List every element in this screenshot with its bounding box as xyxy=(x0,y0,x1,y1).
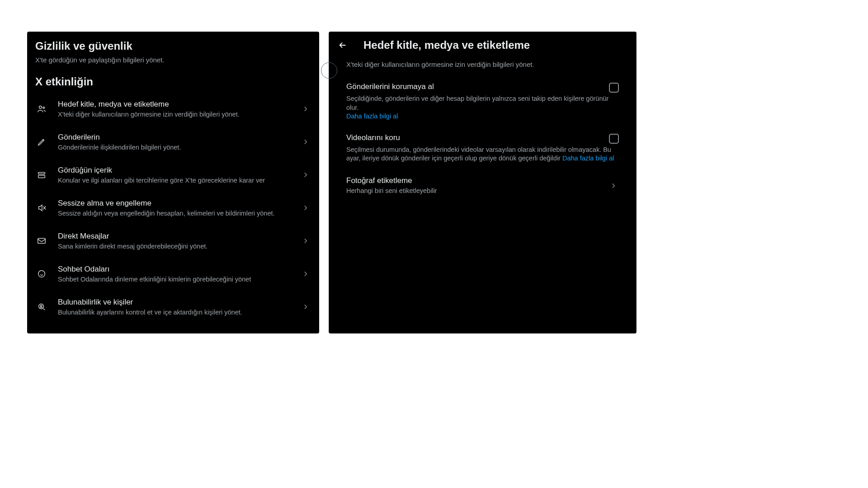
svg-point-6 xyxy=(39,304,44,309)
chevron-right-icon xyxy=(300,103,311,114)
chevron-right-icon xyxy=(300,202,311,213)
menu-item-desc: Sana kimlerin direkt mesaj gönderebilece… xyxy=(58,242,300,251)
menu-item-audience[interactable]: Hedef kitle, medya ve etiketleme X'teki … xyxy=(27,93,319,126)
setting-desc: Seçildiğinde, gönderilerin ve diğer hesa… xyxy=(346,94,619,121)
accent-ring-icon xyxy=(321,62,337,79)
menu-item-text: Direkt Mesajlar Sana kimlerin direkt mes… xyxy=(58,231,300,251)
menu-item-title: Gördüğün içerik xyxy=(58,165,300,175)
chevron-right-icon xyxy=(300,169,311,180)
menu-item-title: Bulunabilirlik ve kişiler xyxy=(58,297,300,307)
svg-point-0 xyxy=(39,106,42,109)
menu-item-text: Sohbet Odaları Sohbet Odalarında dinleme… xyxy=(58,264,300,284)
menu-item-discoverability[interactable]: Bulunabilirlik ve kişiler Bulunabilirlik… xyxy=(27,291,319,324)
menu-item-desc: Konular ve ilgi alanları gibi tercihleri… xyxy=(58,176,300,185)
svg-point-1 xyxy=(43,107,45,109)
setting-title: Videolarını koru xyxy=(346,133,400,143)
content-icon xyxy=(35,169,48,181)
mute-icon xyxy=(35,202,48,214)
menu-item-title: Sessize alma ve engelleme xyxy=(58,198,300,208)
page-title: Gizlilik ve güvenlik xyxy=(27,32,319,56)
search-person-icon xyxy=(35,300,48,313)
menu-item-text: Gönderilerin Gönderilerinle ilişkilendir… xyxy=(58,132,300,152)
chevron-right-icon xyxy=(300,235,311,246)
setting-desc: Seçilmesi durumunda, gönderilerindeki vi… xyxy=(346,145,619,163)
setting-title: Gönderilerini korumaya al xyxy=(346,82,434,92)
protect-posts-checkbox[interactable] xyxy=(609,83,619,93)
arrow-left-icon xyxy=(338,40,348,50)
chevron-right-icon xyxy=(608,180,619,191)
detail-title: Hedef kitle, medya ve etiketleme xyxy=(363,39,530,52)
audience-tagging-panel: Hedef kitle, medya ve etiketleme X'teki … xyxy=(329,32,637,333)
menu-item-desc: Gönderilerinle ilişkilendirilen bilgiler… xyxy=(58,143,300,152)
svg-rect-2 xyxy=(38,173,45,174)
protect-videos-checkbox[interactable] xyxy=(609,134,619,144)
people-icon xyxy=(35,103,48,115)
chevron-right-icon xyxy=(300,136,311,147)
learn-more-link[interactable]: Daha fazla bilgi al xyxy=(562,155,614,162)
chevron-right-icon xyxy=(300,268,311,279)
detail-subtitle: X'teki diğer kullanıcıların görmesine iz… xyxy=(329,57,636,77)
menu-item-desc: Sessize aldığın veya engellediğin hesapl… xyxy=(58,209,300,218)
menu-item-text: Hedef kitle, medya ve etiketleme X'teki … xyxy=(58,99,300,119)
menu-item-direct-messages[interactable]: Direkt Mesajlar Sana kimlerin direkt mes… xyxy=(27,225,319,258)
back-button[interactable] xyxy=(335,37,351,53)
setting-link-text: Fotoğraf etiketleme Herhangi biri seni e… xyxy=(346,176,608,196)
menu-item-title: Hedef kitle, medya ve etiketleme xyxy=(58,99,300,109)
smile-icon xyxy=(35,267,48,280)
menu-item-desc: Sohbet Odalarında dinleme etkinliğini ki… xyxy=(58,275,300,284)
setting-protect-posts: Gönderilerini korumaya al Seçildiğinde, … xyxy=(329,77,636,128)
privacy-safety-panel: Gizlilik ve güvenlik X'te gördüğün ve pa… xyxy=(27,32,319,333)
menu-item-text: Bulunabilirlik ve kişiler Bulunabilirlik… xyxy=(58,297,300,317)
setting-protect-videos: Videolarını koru Seçilmesi durumunda, gö… xyxy=(329,128,636,170)
detail-header: Hedef kitle, medya ve etiketleme xyxy=(329,32,636,57)
menu-item-desc: Bulunabilirlik ayarlarını kontrol et ve … xyxy=(58,308,300,317)
menu-item-spaces[interactable]: Sohbet Odaları Sohbet Odalarında dinleme… xyxy=(27,258,319,291)
section-title: X etkinliğin xyxy=(27,75,319,93)
menu-item-text: Gördüğün içerik Konular ve ilgi alanları… xyxy=(58,165,300,185)
setting-desc: Herhangi biri seni etiketleyebilir xyxy=(346,187,608,196)
svg-rect-3 xyxy=(38,175,45,178)
menu-item-title: Gönderilerin xyxy=(58,132,300,142)
menu-item-title: Sohbet Odaları xyxy=(58,264,300,274)
learn-more-link[interactable]: Daha fazla bilgi al xyxy=(346,113,398,120)
svg-point-7 xyxy=(40,305,42,307)
menu-item-your-posts[interactable]: Gönderilerin Gönderilerinle ilişkilendir… xyxy=(27,126,319,159)
envelope-icon xyxy=(35,235,48,247)
pencil-icon xyxy=(35,136,48,148)
setting-title: Fotoğraf etiketleme xyxy=(346,176,608,186)
svg-rect-4 xyxy=(38,239,46,244)
chevron-right-icon xyxy=(300,301,311,312)
menu-item-desc: X'teki diğer kullanıcıların görmesine iz… xyxy=(58,110,300,119)
svg-point-5 xyxy=(38,271,45,277)
page-subtitle: X'te gördüğün ve paylaştığın bilgileri y… xyxy=(27,56,319,75)
menu-item-title: Direkt Mesajlar xyxy=(58,231,300,241)
setting-desc-text: Seçildiğinde, gönderilerin ve diğer hesa… xyxy=(346,95,609,111)
menu-item-text: Sessize alma ve engelleme Sessize aldığı… xyxy=(58,198,300,218)
menu-item-content-you-see[interactable]: Gördüğün içerik Konular ve ilgi alanları… xyxy=(27,159,319,192)
menu-item-mute-block[interactable]: Sessize alma ve engelleme Sessize aldığı… xyxy=(27,192,319,225)
setting-photo-tagging[interactable]: Fotoğraf etiketleme Herhangi biri seni e… xyxy=(329,170,636,201)
